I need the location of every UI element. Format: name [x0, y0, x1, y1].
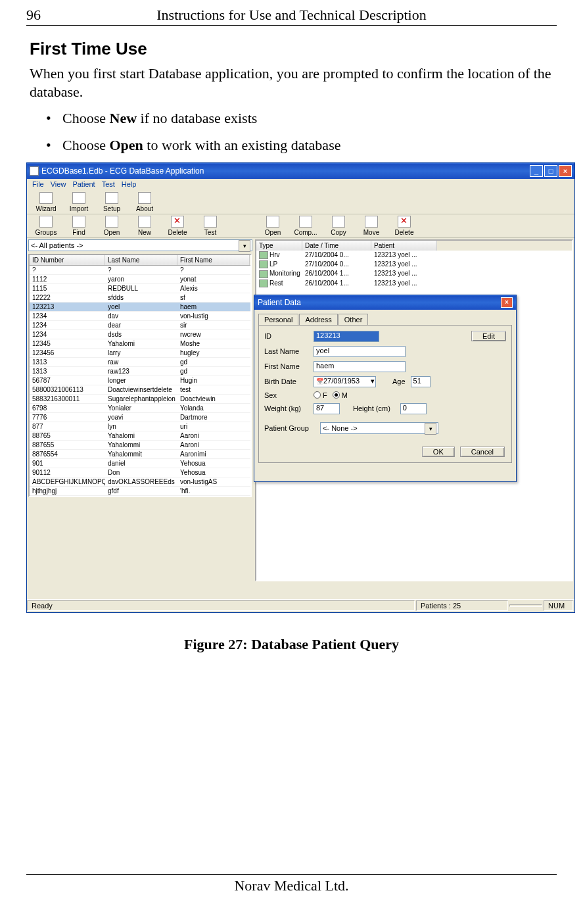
table-row[interactable]: 12345YahalomiMoshe: [30, 339, 250, 349]
table-row[interactable]: ABCDEFGHIJKLMNOPQ...davOKLASSOREEEdsvon-…: [30, 477, 250, 487]
table-row[interactable]: LP27/10/2004 0...123213 yoel ...: [256, 260, 572, 269]
tbtn-open[interactable]: Open: [95, 216, 128, 236]
birthdate-field[interactable]: 📅27/09/1953▾: [314, 376, 376, 387]
id-field[interactable]: 123213: [314, 331, 379, 342]
minimize-button[interactable]: _: [530, 165, 543, 177]
toolbar-main: WizardImportSetupAbout: [27, 191, 574, 214]
tbtn-setup[interactable]: Setup: [95, 192, 128, 212]
edit-button[interactable]: Edit: [471, 331, 506, 341]
col-header[interactable]: First Name: [177, 255, 250, 265]
menu-file[interactable]: File: [32, 180, 44, 189]
dialog-close-button[interactable]: ×: [501, 297, 513, 308]
table-row[interactable]: 1112yaronyonat: [30, 275, 250, 284]
table-row[interactable]: 123213yoelhaem: [30, 303, 250, 312]
table-row[interactable]: 5883216300011SugarelephantappleionDoactv…: [30, 395, 250, 404]
height-field[interactable]: 0: [400, 403, 427, 414]
table-row[interactable]: 90112DonYehosua: [30, 468, 250, 477]
table-row[interactable]: 8876554YahalommitAaronimi: [30, 450, 250, 459]
patient-filter-combo[interactable]: <- All patients ->: [28, 239, 252, 251]
tbtn-open[interactable]: Open: [256, 216, 289, 236]
table-row[interactable]: 88765YahalomiAaroni: [30, 431, 250, 441]
dialog-tabs: PersonalAddressOther: [258, 314, 512, 325]
weight-field[interactable]: 87: [314, 403, 340, 414]
tbtn-move[interactable]: Move: [355, 216, 388, 236]
toolbar-right: OpenComp...CopyMoveDelete: [254, 214, 574, 238]
table-row[interactable]: 58800321006113Doactviewinsertdeletetest: [30, 385, 250, 395]
cell: 901: [30, 459, 105, 468]
tbtn-groups[interactable]: Groups: [30, 216, 62, 236]
col-header[interactable]: Last Name: [105, 255, 177, 265]
cell: 1234: [30, 321, 105, 329]
lastname-field[interactable]: yoel: [314, 346, 406, 357]
bullet-item: Choose New if no database exists: [46, 109, 553, 129]
cell: larry: [105, 349, 177, 357]
col-header[interactable]: Patient: [371, 241, 437, 251]
table-row[interactable]: Monitoring26/10/2004 1...123213 yoel ...: [256, 269, 572, 278]
table-row[interactable]: 887655YahalommiAaroni: [30, 441, 250, 450]
table-row[interactable]: 877lynuri: [30, 422, 250, 431]
table-row[interactable]: 901danielYehosua: [30, 459, 250, 468]
tbtn-import[interactable]: Import: [62, 192, 95, 212]
cell: 27/10/2004 0...: [302, 260, 371, 269]
cell: 5883216300011: [30, 395, 105, 403]
tbtn-comp[interactable]: Comp...: [289, 216, 322, 236]
table-row[interactable]: Rest26/10/2004 1...123213 yoel ...: [256, 279, 572, 288]
menu-view[interactable]: View: [51, 180, 66, 189]
table-row[interactable]: 1234dsdsrwcrew: [30, 330, 250, 339]
col-header[interactable]: Type: [256, 241, 302, 251]
col-header[interactable]: Date / Time: [302, 241, 371, 251]
table-row[interactable]: 12222sfddssf: [30, 293, 250, 303]
status-patients: Patients : 25: [416, 600, 508, 611]
tab-other[interactable]: Other: [338, 314, 369, 325]
tab-personal[interactable]: Personal: [258, 314, 298, 325]
table-row[interactable]: hjthgjhgjgfdf'hfi.: [30, 487, 250, 496]
table-row[interactable]: 123456larryhugley: [30, 349, 250, 358]
table-row[interactable]: 7776yoaviDartmore: [30, 413, 250, 422]
tbtn-about[interactable]: About: [128, 192, 161, 212]
table-row[interactable]: 1234davvon-lustig: [30, 312, 250, 321]
age-field[interactable]: 51: [411, 376, 431, 387]
tab-address[interactable]: Address: [299, 314, 337, 325]
table-row[interactable]: 1234dearsir: [30, 321, 250, 330]
tbtn-delete[interactable]: Delete: [161, 216, 194, 236]
group-combo[interactable]: <- None ->: [320, 422, 438, 434]
dialog-body: ID 123213 Edit Last Name yoel First Name…: [258, 325, 512, 463]
tbtn-wizard[interactable]: Wizard: [30, 192, 62, 212]
tbtn-copy[interactable]: Copy: [322, 216, 355, 236]
table-row[interactable]: ???: [30, 266, 250, 275]
cell: Yahalomi: [105, 339, 177, 348]
tbtn-new[interactable]: New: [128, 216, 161, 236]
tbtn-label: Setup: [103, 205, 120, 212]
tbtn-find[interactable]: Find: [62, 216, 95, 236]
titlebar: ECGDBase1.Edb - ECG DataBase Application…: [27, 163, 574, 179]
tbtn-test[interactable]: Test: [194, 216, 227, 236]
cell: Yahalomi: [105, 431, 177, 440]
sex-label: Sex: [264, 391, 314, 399]
test-type-icon: [259, 280, 268, 287]
tbtn-label: Find: [72, 229, 85, 236]
maximize-button[interactable]: □: [544, 165, 557, 177]
sex-male-radio[interactable]: M: [333, 391, 348, 399]
cancel-button[interactable]: Cancel: [460, 447, 505, 457]
table-row[interactable]: 1313raw123gd: [30, 367, 250, 376]
cell: 26/10/2004 1...: [302, 269, 371, 278]
table-row[interactable]: 6798YonialerYolanda: [30, 404, 250, 413]
table-row[interactable]: 56787longerHugin: [30, 376, 250, 385]
close-button[interactable]: ×: [559, 165, 572, 177]
cell: 56787: [30, 376, 105, 385]
menu-help[interactable]: Help: [122, 180, 137, 189]
col-header[interactable]: ID Number: [30, 255, 105, 265]
tbtn-label: Copy: [331, 229, 346, 236]
table-row[interactable]: 1313rawgd: [30, 358, 250, 367]
ok-button[interactable]: OK: [422, 447, 455, 457]
sex-female-radio[interactable]: F: [314, 391, 327, 399]
menu-test[interactable]: Test: [102, 180, 115, 189]
menu-patient[interactable]: Patient: [72, 180, 95, 189]
tbtn-delete[interactable]: Delete: [388, 216, 421, 236]
cell: Yonialer: [105, 404, 177, 412]
firstname-field[interactable]: haem: [314, 361, 406, 372]
table-row[interactable]: Hrv27/10/2004 0...123213 yoel ...: [256, 251, 572, 260]
patient-grid[interactable]: ID NumberLast NameFirst Name ???1112yaro…: [28, 254, 252, 497]
table-row[interactable]: 1115REDBULLAlexis: [30, 284, 250, 293]
cell: gd: [177, 367, 250, 376]
